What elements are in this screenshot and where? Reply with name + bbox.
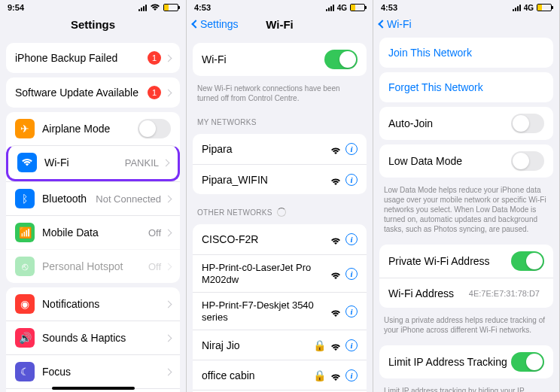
my-networks-header: MY NETWORKS — [187, 109, 373, 129]
chevron-right-icon — [165, 54, 172, 62]
chevron-right-icon — [165, 89, 172, 96]
wifi-signal-icon — [330, 176, 341, 184]
antenna-icon: 📶 — [15, 223, 35, 242]
chevron-right-icon — [163, 159, 170, 166]
battery-icon — [163, 4, 178, 11]
join-network-button[interactable]: Join This Network — [379, 38, 553, 68]
other-networks-header: OTHER NETWORKS — [187, 199, 373, 220]
info-icon[interactable]: i — [345, 174, 358, 186]
limit-note: Limit IP address tracking by hiding your… — [373, 383, 559, 392]
status-bar: 9:54 — [0, 0, 186, 14]
chevron-left-icon — [191, 20, 199, 28]
chevron-right-icon — [165, 334, 172, 342]
low-data-toggle[interactable] — [511, 151, 544, 171]
wifi-status-icon — [150, 4, 160, 11]
status-bar: 4:53 4G — [187, 0, 373, 14]
notifications-row[interactable]: ◉ Notifications — [6, 287, 180, 321]
network-cisco[interactable]: CISCO-F2Ri — [193, 224, 367, 254]
iphone-backup-row[interactable]: iPhone Backup Failed 1 — [6, 43, 180, 73]
network-pipara-wifin[interactable]: Pipara_WIFIN i — [193, 164, 367, 194]
wifi-toggle[interactable] — [324, 50, 358, 69]
limit-ip-row: Limit IP Address Tracking — [379, 345, 553, 378]
private-note: Using a private address helps reduce tra… — [373, 312, 559, 341]
wifi-signal-icon — [330, 372, 341, 379]
forget-network-button[interactable]: Forget This Network — [379, 72, 553, 102]
info-icon[interactable]: i — [345, 369, 358, 381]
chevron-right-icon — [165, 263, 172, 270]
back-button[interactable]: Wi-Fi — [379, 18, 412, 30]
software-update-row[interactable]: Software Update Available 1 — [6, 77, 180, 108]
wifi-signal-icon — [330, 308, 341, 315]
wifi-signal-icon — [330, 145, 341, 153]
chevron-right-icon — [165, 300, 172, 308]
page-header: Wi-Fi — [373, 14, 559, 33]
hotspot-row[interactable]: ⎋ Personal Hotspot Off — [6, 249, 180, 283]
network-niraj[interactable]: Niraj Jio🔒i — [193, 330, 367, 360]
info-icon[interactable]: i — [345, 268, 358, 280]
signal-icon — [513, 5, 521, 11]
network-type: 4G — [337, 4, 347, 12]
lock-icon: 🔒 — [313, 369, 326, 381]
airplane-icon: ✈ — [15, 119, 35, 138]
focus-row[interactable]: ☾ Focus — [6, 354, 180, 388]
network-office[interactable]: office cabin🔒i — [193, 360, 367, 390]
status-time: 4:53 — [194, 3, 211, 12]
chevron-right-icon — [165, 368, 172, 375]
spinner-icon — [277, 208, 286, 217]
airplane-toggle[interactable] — [138, 119, 171, 138]
page-title: Settings — [0, 14, 186, 38]
hotspot-icon: ⎋ — [15, 257, 35, 276]
status-time: 4:53 — [381, 3, 397, 12]
low-data-mode-row: Low Data Mode — [379, 144, 553, 178]
info-icon[interactable]: i — [345, 339, 358, 351]
network-hp2[interactable]: HP-Print-F7-Deskjet 3540 seriesi — [193, 292, 367, 330]
moon-icon: ☾ — [15, 362, 35, 381]
back-button[interactable]: Settings — [193, 18, 239, 30]
wifi-list-screen: 4:53 4G Settings Wi-Fi Wi-Fi New Wi-Fi n… — [187, 0, 373, 392]
network-type: 4G — [524, 4, 534, 12]
chevron-right-icon — [165, 229, 172, 236]
speaker-icon: 🔊 — [15, 328, 35, 348]
wifi-signal-icon — [330, 270, 341, 278]
wifi-note: New Wi-Fi network connections have been … — [187, 81, 373, 109]
battery-icon — [350, 4, 365, 11]
info-icon[interactable]: i — [345, 143, 358, 155]
autojoin-row: Auto-Join — [379, 107, 553, 140]
mobile-data-row[interactable]: 📶 Mobile Data Off — [6, 215, 180, 249]
airplane-mode-row[interactable]: ✈ Airplane Mode — [6, 112, 180, 145]
sounds-row[interactable]: 🔊 Sounds & Haptics — [6, 321, 180, 354]
lock-icon: 🔒 — [313, 339, 326, 351]
bell-icon: ◉ — [15, 294, 35, 314]
wifi-signal-icon — [330, 236, 341, 243]
signal-icon — [326, 5, 334, 11]
status-time: 9:54 — [8, 3, 24, 12]
info-icon[interactable]: i — [345, 233, 358, 245]
network-hp1[interactable]: HP-Print-c0-LaserJet Pro M202dwi — [193, 254, 367, 292]
bluetooth-row[interactable]: ᛒ Bluetooth Not Connected — [6, 181, 180, 215]
info-icon[interactable]: i — [345, 305, 358, 318]
autojoin-toggle[interactable] — [511, 114, 544, 133]
low-data-note: Low Data Mode helps reduce your iPhone d… — [373, 182, 559, 240]
status-bar: 4:53 4G — [373, 0, 559, 14]
bluetooth-icon: ᛒ — [15, 189, 35, 208]
wifi-detail-screen: 4:53 4G Wi-Fi Join This Network Forget T… — [373, 0, 560, 392]
network-pipara[interactable]: Pipara i — [193, 134, 367, 164]
page-title: Settings Wi-Fi — [187, 14, 373, 38]
wifi-icon — [17, 153, 37, 172]
private-address-row: Private Wi-Fi Address — [379, 245, 553, 278]
badge-icon: 1 — [148, 86, 161, 99]
private-address-toggle[interactable] — [511, 251, 544, 271]
signal-icon — [138, 5, 147, 11]
chevron-left-icon — [378, 20, 386, 28]
wifi-master-toggle-row: Wi-Fi — [193, 43, 367, 76]
wifi-row[interactable]: Wi-Fi PANKIL — [6, 145, 180, 181]
home-indicator[interactable] — [52, 387, 135, 390]
wifi-signal-icon — [330, 342, 341, 349]
badge-icon: 1 — [148, 51, 161, 65]
limit-ip-toggle[interactable] — [511, 352, 544, 372]
battery-icon — [537, 4, 552, 11]
settings-screen: 9:54 Settings iPhone Backup Failed 1 Sof… — [0, 0, 187, 392]
wifi-address-row: Wi-Fi Address 4E:7E:E7:31:78:D7 — [379, 278, 553, 308]
chevron-right-icon — [165, 195, 172, 202]
